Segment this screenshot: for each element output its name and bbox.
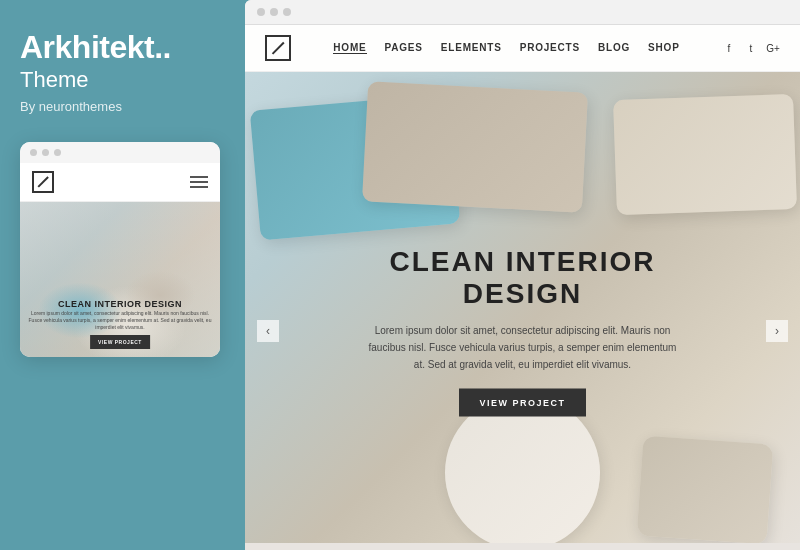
nav-link-projects[interactable]: PROJECTS bbox=[520, 42, 580, 54]
mobile-dot-3 bbox=[54, 149, 61, 156]
facebook-icon[interactable]: f bbox=[722, 41, 736, 55]
browser-dot-2 bbox=[270, 8, 278, 16]
desktop-nav-links: HOME PAGES ELEMENTS PROJECTS BLOG SHOP bbox=[333, 42, 679, 54]
mobile-pillow-background bbox=[20, 202, 220, 357]
carousel-arrow-left[interactable]: ‹ bbox=[257, 320, 279, 342]
browser-dot-1 bbox=[257, 8, 265, 16]
desktop-logo-icon bbox=[265, 35, 291, 61]
mobile-hero-description: Lorem ipsum dolor sit amet, consectetur … bbox=[28, 310, 212, 331]
theme-title: Arkhitekt.. bbox=[20, 30, 171, 65]
pillow-cream bbox=[613, 94, 797, 215]
hero-heading: CLEAN INTERIOR DESIGN bbox=[325, 246, 720, 310]
pillow-beige bbox=[362, 81, 588, 212]
desktop-hero-section: ‹ CLEAN INTERIOR DESIGN Lorem ipsum dolo… bbox=[245, 72, 800, 543]
left-panel: Arkhitekt.. Theme By neuronthemes CLEAN … bbox=[0, 0, 245, 550]
twitter-icon[interactable]: t bbox=[744, 41, 758, 55]
mobile-view-project-button[interactable]: VIEW PROJECT bbox=[90, 335, 150, 349]
mobile-dot-2 bbox=[42, 149, 49, 156]
mobile-dot-1 bbox=[30, 149, 37, 156]
theme-author: By neuronthemes bbox=[20, 99, 122, 114]
mobile-logo-icon bbox=[32, 171, 54, 193]
nav-link-shop[interactable]: SHOP bbox=[648, 42, 680, 54]
mobile-nav-bar bbox=[20, 163, 220, 202]
mobile-hero-heading: CLEAN INTERIOR DESIGN bbox=[20, 299, 220, 309]
mobile-hamburger-icon bbox=[190, 176, 208, 188]
browser-dot-3 bbox=[283, 8, 291, 16]
nav-link-elements[interactable]: ELEMENTS bbox=[441, 42, 502, 54]
pillow-taupe bbox=[637, 436, 774, 543]
desktop-social-links: f t G+ bbox=[722, 41, 780, 55]
right-panel: HOME PAGES ELEMENTS PROJECTS BLOG SHOP f… bbox=[245, 0, 800, 550]
nav-link-home[interactable]: HOME bbox=[333, 42, 366, 54]
browser-chrome bbox=[245, 0, 800, 25]
theme-subtitle: Theme bbox=[20, 67, 88, 93]
hero-description: Lorem ipsum dolor sit amet, consectetur … bbox=[363, 322, 683, 373]
mobile-hero-section: CLEAN INTERIOR DESIGN Lorem ipsum dolor … bbox=[20, 202, 220, 357]
desktop-preview: HOME PAGES ELEMENTS PROJECTS BLOG SHOP f… bbox=[245, 25, 800, 543]
carousel-arrow-right[interactable]: › bbox=[766, 320, 788, 342]
mobile-browser-chrome bbox=[20, 142, 220, 163]
nav-link-blog[interactable]: BLOG bbox=[598, 42, 630, 54]
hero-text-overlay: CLEAN INTERIOR DESIGN Lorem ipsum dolor … bbox=[325, 246, 720, 417]
nav-link-pages[interactable]: PAGES bbox=[385, 42, 423, 54]
pillow-round-large bbox=[445, 395, 600, 543]
mobile-preview-card: CLEAN INTERIOR DESIGN Lorem ipsum dolor … bbox=[20, 142, 220, 357]
view-project-button[interactable]: VIEW PROJECT bbox=[459, 389, 585, 417]
google-plus-icon[interactable]: G+ bbox=[766, 41, 780, 55]
desktop-nav: HOME PAGES ELEMENTS PROJECTS BLOG SHOP f… bbox=[245, 25, 800, 72]
